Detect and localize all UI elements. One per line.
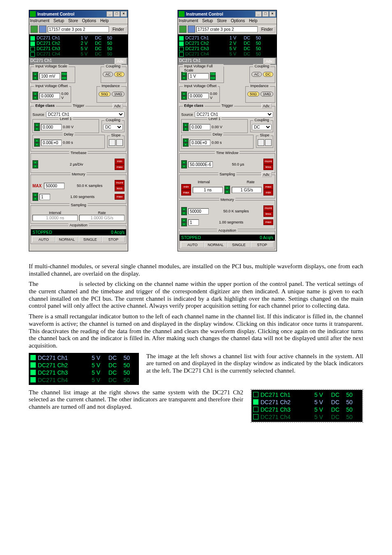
seg-max[interactable]: max [263,219,273,225]
maximize-button[interactable]: □ [262,11,269,17]
menu-store[interactable]: Store [217,18,227,23]
sampling-adv[interactable]: Adv. [261,172,272,177]
timebase-stepper[interactable]: ▴▾ [32,160,38,168]
trigger-adv[interactable]: Adv. [261,104,272,108]
scan-icon[interactable] [188,25,195,33]
channel-indicator[interactable] [30,47,35,51]
single-button[interactable]: SINGLE [78,237,102,242]
minimize-button[interactable]: _ [255,11,262,17]
auto-button[interactable]: AUTO [32,237,55,242]
onem-button[interactable]: 1MΩ [261,92,273,97]
channel-indicator[interactable] [30,370,36,375]
device-icon[interactable] [179,25,187,33]
device-field[interactable]: 17157 crate 3 pos 2 [48,26,109,32]
slope-rise[interactable] [258,139,264,146]
channel-name[interactable]: DC271 Ch1 [261,391,307,398]
channel-name[interactable]: DC271 Ch3 [38,369,84,376]
channel-indicator[interactable] [30,52,35,57]
tw-less[interactable]: less [263,164,273,170]
maximize-button[interactable]: □ [113,11,120,17]
adv-button[interactable]: Adv. [263,58,275,64]
channel-name[interactable]: DC271 Ch4 [185,51,220,57]
channel-name[interactable]: DC271 Ch1 [185,35,220,41]
ivo-stepper[interactable]: ▴▾ [32,92,38,100]
channel-name[interactable]: DC271 Ch3 [261,406,307,413]
ivs-maxmin[interactable]: maxmin [210,72,216,80]
channel-indicator[interactable] [30,41,35,46]
channel-indicator[interactable] [30,377,36,382]
ivo-stepper[interactable]: ▴▾ [181,92,187,100]
slope-fall[interactable] [116,139,123,146]
mem-stepper[interactable]: ▴▾ [181,207,187,215]
slope-rise[interactable] [109,139,115,146]
tw-value[interactable]: 50.0000E-6 [188,161,213,168]
mem-value[interactable]: 50000 [188,208,209,214]
mem-less[interactable]: less [115,186,125,191]
menu-store[interactable]: Store [68,18,78,23]
seg-stepper[interactable]: ▴▾ [32,193,38,201]
channel-name[interactable]: DC271 Ch3 [37,46,71,51]
minimize-button[interactable]: _ [106,11,113,17]
seg-max[interactable]: max [115,194,125,200]
tw-stepper[interactable]: ▴▾ [181,160,187,168]
channel-name[interactable]: DC271 Ch1 [38,355,84,361]
tb-min[interactable]: min [115,159,125,164]
mem-more[interactable]: more [263,205,273,211]
channel-indicator[interactable] [253,407,258,412]
menu-setup[interactable]: Setup [53,18,64,23]
channel-name[interactable]: DC271 Ch4 [38,377,84,383]
channel-name[interactable]: DC271 Ch2 [185,41,220,46]
channel-name[interactable]: DC271 Ch2 [38,362,84,368]
ac-button[interactable]: AC [251,72,262,77]
fifty-button[interactable]: 50Ω [247,92,259,97]
menu-help[interactable]: Help [249,18,258,23]
delay-stepper[interactable]: ▴▾ [183,138,189,147]
intv-min[interactable]: min [181,184,191,190]
channel-indicator[interactable] [30,355,36,360]
rate-min[interactable]: min [263,190,273,196]
channel-indicator[interactable] [253,414,258,419]
source-select[interactable]: DC271 Ch1 [195,111,273,117]
close-button[interactable]: × [269,11,276,17]
ivs-stepper[interactable]: ▴▾ [181,72,187,80]
level-stepper[interactable]: ▴▾ [183,123,189,131]
ivs-value[interactable]: 100 mV [39,73,60,79]
lvl-coupling-select[interactable]: DC [252,124,272,130]
channel-indicator[interactable] [253,392,258,397]
menu-instrument[interactable]: Instrument [30,18,49,23]
dc-button[interactable]: DC [114,72,125,77]
ivs-maxmin[interactable]: maxmin [61,72,67,80]
device-icon[interactable] [30,25,38,33]
ac-button[interactable]: AC [103,72,113,77]
channel-indicator[interactable] [30,36,35,41]
intv-max[interactable]: max [181,190,191,196]
slope-fall[interactable] [265,139,272,146]
seg-value[interactable]: 1 [39,194,50,200]
single-button[interactable]: SINGLE [227,242,251,248]
mem-less[interactable]: less [263,211,273,217]
delay-value[interactable]: 0.00E+0 [190,140,210,146]
ivs-stepper[interactable]: ▴▾ [32,72,38,80]
stop-button[interactable]: STOP [251,242,274,248]
channel-indicator[interactable] [253,399,258,405]
channel-indicator[interactable] [179,47,184,51]
delay-stepper[interactable]: ▴▾ [34,138,40,147]
adv-button[interactable]: Adv. [115,58,127,64]
ivo-value[interactable]: 0.0000 [39,93,60,99]
menu-help[interactable]: Help [100,18,109,23]
device-field[interactable]: 17157 crate 3 pos 2 [196,26,258,32]
level-stepper[interactable]: ▴▾ [34,123,40,131]
trigger-adv[interactable]: Adv. [113,104,123,108]
titlebar[interactable]: Instrument Control _ □ × [29,10,128,18]
channel-indicator[interactable] [179,36,184,41]
channel-name[interactable]: DC271 Ch2 [37,41,71,46]
normal-button[interactable]: NORMAL [55,237,79,242]
tb-max[interactable]: max [115,164,125,170]
seg-stepper[interactable]: ▴▾ [181,218,187,226]
menu-options[interactable]: Options [231,18,245,23]
delay-value[interactable]: 0.00E+0 [41,140,62,146]
rate-max[interactable]: max [263,184,273,190]
menu-instrument[interactable]: Instrument [179,18,198,23]
rate-value[interactable]: 1 GS/s [232,187,262,193]
stop-button[interactable]: STOP [102,237,125,242]
